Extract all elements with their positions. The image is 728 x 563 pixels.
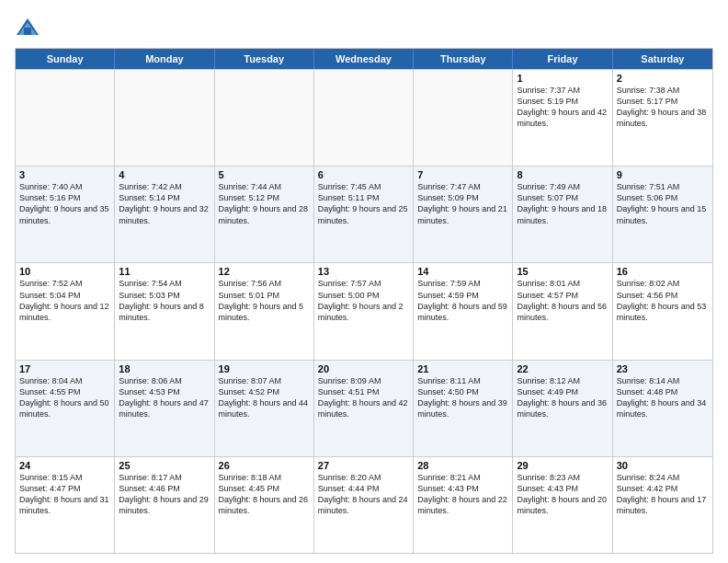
- cal-cell-3-5: 22Sunrise: 8:12 AMSunset: 4:49 PMDayligh…: [513, 361, 612, 456]
- day-info: Sunrise: 8:18 AMSunset: 4:45 PMDaylight:…: [219, 472, 310, 517]
- day-info: Sunrise: 8:15 AMSunset: 4:47 PMDaylight:…: [19, 472, 110, 517]
- day-number: 6: [318, 169, 409, 180]
- day-number: 8: [517, 169, 608, 180]
- cal-cell-2-2: 12Sunrise: 7:56 AMSunset: 5:01 PMDayligh…: [215, 263, 314, 359]
- day-info: Sunrise: 7:56 AMSunset: 5:01 PMDaylight:…: [219, 278, 310, 323]
- calendar-row-2: 10Sunrise: 7:52 AMSunset: 5:04 PMDayligh…: [16, 262, 712, 359]
- day-number: 27: [318, 460, 409, 471]
- day-number: 17: [19, 363, 110, 374]
- cal-cell-2-5: 15Sunrise: 8:01 AMSunset: 4:57 PMDayligh…: [513, 263, 612, 359]
- cal-cell-0-5: 1Sunrise: 7:37 AMSunset: 5:19 PMDaylight…: [513, 70, 612, 166]
- cal-cell-4-4: 28Sunrise: 8:21 AMSunset: 4:43 PMDayligh…: [414, 457, 513, 553]
- cal-cell-4-2: 26Sunrise: 8:18 AMSunset: 4:45 PMDayligh…: [215, 457, 314, 553]
- day-number: 1: [517, 73, 608, 84]
- day-number: 2: [617, 73, 709, 84]
- header-day-friday: Friday: [513, 49, 612, 69]
- day-info: Sunrise: 7:51 AMSunset: 5:06 PMDaylight:…: [617, 181, 709, 226]
- cal-cell-1-5: 8Sunrise: 7:49 AMSunset: 5:07 PMDaylight…: [513, 167, 612, 262]
- cal-cell-1-3: 6Sunrise: 7:45 AMSunset: 5:11 PMDaylight…: [314, 167, 414, 262]
- cal-cell-3-3: 20Sunrise: 8:09 AMSunset: 4:51 PMDayligh…: [314, 361, 414, 456]
- day-number: 5: [219, 169, 310, 180]
- day-number: 12: [219, 266, 310, 277]
- day-info: Sunrise: 7:37 AMSunset: 5:19 PMDaylight:…: [517, 85, 608, 130]
- cal-cell-2-1: 11Sunrise: 7:54 AMSunset: 5:03 PMDayligh…: [115, 263, 214, 359]
- day-info: Sunrise: 8:20 AMSunset: 4:44 PMDaylight:…: [318, 472, 409, 517]
- cal-cell-3-0: 17Sunrise: 8:04 AMSunset: 4:55 PMDayligh…: [16, 361, 115, 456]
- day-number: 10: [19, 266, 110, 277]
- day-info: Sunrise: 8:01 AMSunset: 4:57 PMDaylight:…: [517, 278, 608, 323]
- day-info: Sunrise: 8:17 AMSunset: 4:46 PMDaylight:…: [119, 472, 210, 517]
- header-day-wednesday: Wednesday: [314, 49, 414, 69]
- day-info: Sunrise: 7:47 AMSunset: 5:09 PMDaylight:…: [417, 181, 508, 226]
- day-number: 9: [617, 169, 709, 180]
- cal-cell-3-1: 18Sunrise: 8:06 AMSunset: 4:53 PMDayligh…: [115, 361, 214, 456]
- header: [15, 15, 713, 40]
- day-info: Sunrise: 8:21 AMSunset: 4:43 PMDaylight:…: [417, 472, 508, 517]
- day-number: 26: [219, 460, 310, 471]
- cal-cell-0-6: 2Sunrise: 7:38 AMSunset: 5:17 PMDaylight…: [613, 70, 712, 166]
- calendar-row-1: 3Sunrise: 7:40 AMSunset: 5:16 PMDaylight…: [16, 166, 712, 262]
- calendar-row-0: 1Sunrise: 7:37 AMSunset: 5:19 PMDaylight…: [16, 69, 712, 166]
- day-info: Sunrise: 7:49 AMSunset: 5:07 PMDaylight:…: [517, 181, 608, 226]
- cal-cell-2-3: 13Sunrise: 7:57 AMSunset: 5:00 PMDayligh…: [314, 263, 414, 359]
- day-number: 22: [517, 363, 608, 374]
- cal-cell-4-1: 25Sunrise: 8:17 AMSunset: 4:46 PMDayligh…: [115, 457, 214, 553]
- cal-cell-4-3: 27Sunrise: 8:20 AMSunset: 4:44 PMDayligh…: [314, 457, 414, 553]
- header-day-tuesday: Tuesday: [215, 49, 314, 69]
- day-info: Sunrise: 7:59 AMSunset: 4:59 PMDaylight:…: [417, 278, 508, 323]
- calendar-header: SundayMondayTuesdayWednesdayThursdayFrid…: [16, 49, 712, 69]
- day-number: 28: [417, 460, 508, 471]
- day-info: Sunrise: 7:57 AMSunset: 5:00 PMDaylight:…: [318, 278, 409, 323]
- svg-rect-2: [24, 28, 31, 35]
- logo: [15, 15, 44, 40]
- day-info: Sunrise: 7:42 AMSunset: 5:14 PMDaylight:…: [119, 181, 210, 226]
- day-number: 25: [119, 460, 210, 471]
- cal-cell-0-2: [215, 70, 314, 166]
- cal-cell-1-2: 5Sunrise: 7:44 AMSunset: 5:12 PMDaylight…: [215, 167, 314, 262]
- day-info: Sunrise: 8:24 AMSunset: 4:42 PMDaylight:…: [617, 472, 709, 517]
- cal-cell-3-2: 19Sunrise: 8:07 AMSunset: 4:52 PMDayligh…: [215, 361, 314, 456]
- cal-cell-0-4: [414, 70, 513, 166]
- page: SundayMondayTuesdayWednesdayThursdayFrid…: [0, 0, 728, 563]
- day-number: 16: [617, 266, 709, 277]
- cal-cell-3-4: 21Sunrise: 8:11 AMSunset: 4:50 PMDayligh…: [414, 361, 513, 456]
- day-info: Sunrise: 7:45 AMSunset: 5:11 PMDaylight:…: [318, 181, 409, 226]
- cal-cell-4-0: 24Sunrise: 8:15 AMSunset: 4:47 PMDayligh…: [16, 457, 115, 553]
- day-info: Sunrise: 8:12 AMSunset: 4:49 PMDaylight:…: [517, 375, 608, 420]
- day-number: 20: [318, 363, 409, 374]
- day-number: 23: [617, 363, 709, 374]
- cal-cell-1-4: 7Sunrise: 7:47 AMSunset: 5:09 PMDaylight…: [414, 167, 513, 262]
- day-info: Sunrise: 7:40 AMSunset: 5:16 PMDaylight:…: [19, 181, 110, 226]
- cal-cell-2-4: 14Sunrise: 7:59 AMSunset: 4:59 PMDayligh…: [414, 263, 513, 359]
- calendar-row-3: 17Sunrise: 8:04 AMSunset: 4:55 PMDayligh…: [16, 360, 712, 456]
- calendar-body: 1Sunrise: 7:37 AMSunset: 5:19 PMDaylight…: [16, 69, 712, 553]
- day-info: Sunrise: 8:07 AMSunset: 4:52 PMDaylight:…: [219, 375, 310, 420]
- day-info: Sunrise: 8:14 AMSunset: 4:48 PMDaylight:…: [617, 375, 709, 420]
- cal-cell-1-1: 4Sunrise: 7:42 AMSunset: 5:14 PMDaylight…: [115, 167, 214, 262]
- day-number: 24: [19, 460, 110, 471]
- cal-cell-4-5: 29Sunrise: 8:23 AMSunset: 4:43 PMDayligh…: [513, 457, 612, 553]
- day-number: 13: [318, 266, 409, 277]
- cal-cell-2-0: 10Sunrise: 7:52 AMSunset: 5:04 PMDayligh…: [16, 263, 115, 359]
- day-info: Sunrise: 8:09 AMSunset: 4:51 PMDaylight:…: [318, 375, 409, 420]
- header-day-monday: Monday: [115, 49, 214, 69]
- day-number: 21: [417, 363, 508, 374]
- cal-cell-3-6: 23Sunrise: 8:14 AMSunset: 4:48 PMDayligh…: [613, 361, 712, 456]
- day-number: 3: [19, 169, 110, 180]
- day-number: 18: [119, 363, 210, 374]
- day-number: 30: [617, 460, 709, 471]
- day-number: 14: [417, 266, 508, 277]
- header-day-saturday: Saturday: [613, 49, 712, 69]
- day-info: Sunrise: 7:38 AMSunset: 5:17 PMDaylight:…: [617, 85, 709, 130]
- cal-cell-0-1: [115, 70, 214, 166]
- header-day-thursday: Thursday: [414, 49, 513, 69]
- cal-cell-0-0: [16, 70, 115, 166]
- day-info: Sunrise: 8:04 AMSunset: 4:55 PMDaylight:…: [19, 375, 110, 420]
- cal-cell-4-6: 30Sunrise: 8:24 AMSunset: 4:42 PMDayligh…: [613, 457, 712, 553]
- header-day-sunday: Sunday: [16, 49, 115, 69]
- cal-cell-2-6: 16Sunrise: 8:02 AMSunset: 4:56 PMDayligh…: [613, 263, 712, 359]
- day-number: 11: [119, 266, 210, 277]
- day-number: 4: [119, 169, 210, 180]
- day-info: Sunrise: 8:11 AMSunset: 4:50 PMDaylight:…: [417, 375, 508, 420]
- day-info: Sunrise: 7:44 AMSunset: 5:12 PMDaylight:…: [219, 181, 310, 226]
